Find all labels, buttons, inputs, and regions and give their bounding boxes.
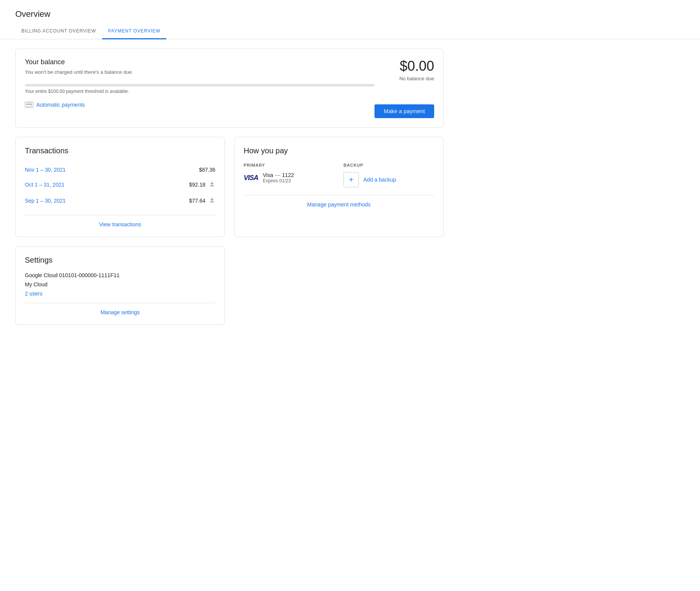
- balance-left: Your balance You won't be charged until …: [25, 58, 374, 108]
- backup-label: BACKUP: [343, 163, 434, 167]
- make-payment-button[interactable]: Make a payment: [374, 104, 434, 118]
- transaction-amount-sep: $77.64: [189, 196, 215, 205]
- two-col-row: Transactions Nov 1 – 30, 2021 $87.36 Oct…: [15, 137, 444, 237]
- settings-footer: Manage settings: [25, 303, 215, 315]
- auto-payments-label: Automatic payments: [36, 102, 85, 108]
- card-info: Visa ···· 1122 Expires 01/23: [263, 172, 294, 183]
- manage-payment-methods-link[interactable]: Manage payment methods: [307, 201, 371, 208]
- amount-sep: $77.64: [189, 198, 205, 204]
- visa-logo: VISA: [244, 174, 258, 182]
- balance-card: Your balance You won't be charged until …: [15, 49, 444, 128]
- how-you-pay-footer: Manage payment methods: [244, 195, 434, 208]
- tabs-bar: BILLING ACCOUNT OVERVIEW PAYMENT OVERVIE…: [0, 24, 700, 39]
- table-row: Oct 1 – 31, 2021 $92.18: [25, 177, 215, 193]
- auto-payments-row: Automatic payments: [25, 102, 374, 108]
- balance-amount: $0.00: [374, 58, 434, 74]
- threshold-text: Your entire $100.00 payment threshold is…: [25, 89, 374, 94]
- transaction-link-sep[interactable]: Sep 1 – 30, 2021: [25, 198, 66, 204]
- balance-title: Your balance: [25, 58, 374, 66]
- card-name: Visa ···· 1122: [263, 172, 294, 178]
- visa-card-row: VISA Visa ···· 1122 Expires 01/23: [244, 172, 334, 183]
- payment-methods-section: PRIMARY VISA Visa ···· 1122 Expires 01/2…: [244, 163, 434, 187]
- amount-nov: $87.36: [199, 167, 215, 173]
- transaction-link-nov[interactable]: Nov 1 – 30, 2021: [25, 167, 66, 173]
- primary-section: PRIMARY VISA Visa ···· 1122 Expires 01/2…: [244, 163, 334, 187]
- balance-status: No balance due: [374, 76, 434, 81]
- transaction-link-oct[interactable]: Oct 1 – 31, 2021: [25, 182, 65, 188]
- settings-card: Settings Google Cloud 010101-000000-1111…: [15, 246, 225, 325]
- tab-payment-overview[interactable]: PAYMENT OVERVIEW: [102, 24, 167, 39]
- transactions-card: Transactions Nov 1 – 30, 2021 $87.36 Oct…: [15, 137, 225, 237]
- card-expiry: Expires 01/23: [263, 178, 294, 183]
- tab-billing-account-overview[interactable]: BILLING ACCOUNT OVERVIEW: [15, 24, 102, 39]
- account-name: My Cloud: [25, 281, 215, 287]
- add-backup-button[interactable]: +: [343, 172, 359, 187]
- transaction-amount-nov: $87.36: [199, 167, 215, 173]
- add-backup-label[interactable]: Add a backup: [363, 177, 396, 183]
- settings-title: Settings: [25, 256, 215, 265]
- page-title: Overview: [0, 0, 700, 24]
- backup-section: BACKUP + Add a backup: [343, 163, 434, 187]
- add-backup-row: + Add a backup: [343, 172, 434, 187]
- progress-bar-track: [25, 84, 374, 86]
- how-you-pay-title: How you pay: [244, 146, 434, 155]
- auto-payments-link[interactable]: Automatic payments: [25, 102, 85, 108]
- transactions-footer: View transactions: [25, 215, 215, 227]
- card-icon: [25, 102, 33, 108]
- table-row: Sep 1 – 30, 2021 $77.64: [25, 193, 215, 209]
- transaction-amount-oct: $92.18: [189, 180, 215, 189]
- account-id: Google Cloud 010101-000000-1111F11: [25, 272, 215, 278]
- primary-label: PRIMARY: [244, 163, 334, 167]
- balance-subtitle: You won't be charged until there's a bal…: [25, 69, 374, 75]
- svg-rect-1: [27, 104, 32, 105]
- view-transactions-link[interactable]: View transactions: [99, 221, 141, 227]
- plus-icon: +: [349, 175, 353, 184]
- table-row: Nov 1 – 30, 2021 $87.36: [25, 163, 215, 177]
- progress-bar-container: Your entire $100.00 payment threshold is…: [25, 84, 374, 94]
- download-icon-sep[interactable]: [208, 196, 215, 205]
- main-content: Your balance You won't be charged until …: [0, 39, 459, 334]
- balance-right: $0.00 No balance due Make a payment: [374, 58, 434, 118]
- how-you-pay-card: How you pay PRIMARY VISA Visa ···· 1122 …: [234, 137, 444, 237]
- manage-settings-link[interactable]: Manage settings: [101, 309, 140, 315]
- download-icon-oct[interactable]: [208, 180, 215, 189]
- users-link[interactable]: 2 users: [25, 291, 42, 297]
- transactions-title: Transactions: [25, 146, 215, 155]
- amount-oct: $92.18: [189, 182, 205, 188]
